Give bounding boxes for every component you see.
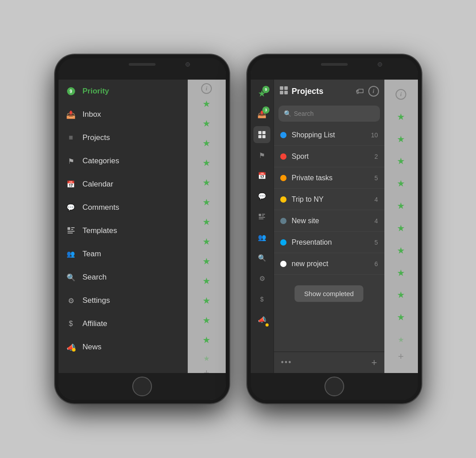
project-item-presentation[interactable]: Presentation 5 (274, 232, 384, 253)
star-row-2[interactable]: ★ (202, 114, 211, 133)
comments-label: Comments (83, 203, 119, 212)
project-dot-sport (280, 153, 286, 160)
sidebar-mini-priority[interactable]: ★ 9 (253, 85, 270, 102)
settings-label: Settings (83, 296, 110, 305)
star2-row-9[interactable]: ★ (397, 284, 405, 306)
sidebar-mini-calendar[interactable]: 📅 (253, 167, 270, 184)
sidebar-item-inbox[interactable]: 📤 Inbox (59, 103, 188, 126)
star2-row-1[interactable]: ★ (397, 106, 405, 128)
svg-rect-14 (280, 86, 283, 90)
svg-rect-9 (259, 214, 261, 216)
projects-panel: Projects 🏷 i 🔍 Search Shopping List 10 (274, 80, 384, 373)
star-row-8[interactable]: ★ (202, 232, 211, 251)
star2-row-6[interactable]: ★ (397, 217, 405, 239)
star-categories: ★ (202, 157, 211, 168)
star-row-9[interactable]: ★ (202, 251, 211, 271)
star2-row-7[interactable]: ★ (397, 239, 405, 262)
sidebar-item-projects[interactable]: ≡ Projects (59, 126, 188, 149)
projects-footer: ••• + (274, 352, 384, 373)
project-name-private-tasks: Private tasks (292, 174, 375, 182)
star-row-5[interactable]: ★ (202, 173, 211, 192)
tag-icon[interactable]: 🏷 (356, 87, 364, 96)
sidebar-item-categories[interactable]: ⚑ Categories (59, 149, 188, 173)
priority-star-icon: 9 (66, 86, 76, 97)
project-count-sport: 2 (375, 153, 378, 160)
add-button-1[interactable]: + (204, 367, 210, 373)
star-row-6[interactable]: ★ (202, 192, 211, 212)
star-calendar: ★ (202, 177, 211, 188)
star-extra: ★ (202, 335, 211, 345)
star2-row-8[interactable]: ★ (397, 262, 405, 284)
search-bar-icon: 🔍 (284, 110, 291, 117)
project-item-new-project[interactable]: new project 6 (274, 253, 384, 275)
sidebar-item-team[interactable]: 👥 Team (59, 242, 188, 266)
sidebar-item-comments[interactable]: 💬 Comments (59, 196, 188, 219)
sidebar-mini-search[interactable]: 🔍 (253, 250, 270, 267)
project-item-new-site[interactable]: New site 4 (274, 210, 384, 232)
add-button-2[interactable]: + (398, 351, 404, 362)
sidebar-mini-inbox[interactable]: 📤 3 (253, 106, 270, 123)
star2-row-faded[interactable]: ★ (398, 328, 404, 351)
star2-7: ★ (397, 245, 405, 256)
affiliate-icon: $ (66, 318, 76, 329)
star-row-1[interactable]: ★ (202, 94, 211, 114)
star-row-10[interactable]: ★ (202, 271, 211, 291)
star-row-14[interactable]: ★ (203, 350, 210, 367)
settings-icon: ⚙ (66, 295, 76, 306)
sidebar-mini-news[interactable]: 📣 (253, 311, 270, 328)
star-row-13[interactable]: ★ (202, 330, 211, 350)
project-dot-shopping-list (280, 132, 286, 138)
star-row-4[interactable]: ★ (202, 153, 211, 173)
menu-header[interactable]: 9 Priority (59, 80, 188, 103)
star-news: ★ (202, 315, 211, 326)
sidebar-mini-comments[interactable]: 💬 (253, 188, 270, 205)
sidebar-item-settings[interactable]: ⚙ Settings (59, 289, 188, 312)
star2-2: ★ (397, 134, 405, 144)
footer-dots[interactable]: ••• (281, 358, 292, 367)
show-completed-button[interactable]: Show completed (295, 285, 364, 302)
star-row-3[interactable]: ★ (202, 133, 211, 153)
star-row-12[interactable]: ★ (202, 310, 211, 330)
projects-list: Shopping List 10 Sport 2 Private tasks 5 (274, 124, 384, 352)
categories-icon: ⚑ (66, 156, 76, 166)
sidebar-mini-settings[interactable]: ⚙ (253, 270, 270, 287)
star2-row-3[interactable]: ★ (397, 150, 405, 172)
project-item-private-tasks[interactable]: Private tasks 5 (274, 167, 384, 189)
home-button-1[interactable] (132, 377, 152, 396)
sidebar-mini-templates[interactable] (253, 208, 270, 225)
info-button-2[interactable]: i (396, 83, 406, 106)
star-inbox: ★ (202, 118, 211, 129)
info-button-1[interactable]: i (201, 83, 212, 94)
home-button-2[interactable] (324, 377, 344, 396)
status-bar-2 (251, 71, 418, 80)
project-item-trip-ny[interactable]: Trip to NY 4 (274, 189, 384, 210)
star-row-11[interactable]: ★ (202, 291, 211, 310)
team-label: Team (83, 250, 101, 259)
calendar-icon: 📅 (66, 179, 76, 190)
categories-label: Categories (83, 157, 119, 165)
star2-row-2[interactable]: ★ (397, 128, 405, 150)
svg-rect-13 (259, 219, 264, 220)
svg-rect-15 (284, 86, 288, 90)
star-row-7[interactable]: ★ (202, 212, 211, 232)
sidebar-mini-projects[interactable] (253, 126, 270, 143)
sidebar-mini-affiliate[interactable]: $ (253, 291, 270, 308)
star2-10: ★ (397, 312, 405, 322)
sidebar-item-news[interactable]: 📣 News (59, 335, 188, 359)
star2-row-5[interactable]: ★ (397, 195, 405, 217)
project-item-sport[interactable]: Sport 2 (274, 146, 384, 167)
sidebar-item-search[interactable]: 🔍 Search (59, 266, 188, 289)
sidebar-mini-team[interactable]: 👥 (253, 229, 270, 246)
sidebar-item-calendar[interactable]: 📅 Calendar (59, 173, 188, 196)
news-label: News (83, 343, 102, 352)
project-item-shopping-list[interactable]: Shopping List 10 (274, 124, 384, 146)
info-icon-2: i (368, 86, 379, 97)
sidebar-mini-categories[interactable]: ⚑ (253, 147, 270, 164)
search-bar[interactable]: 🔍 Search (278, 106, 380, 122)
add-project-button[interactable]: + (371, 357, 377, 369)
project-name-sport: Sport (292, 153, 375, 161)
sidebar-item-affiliate[interactable]: $ Affiliate (59, 312, 188, 335)
sidebar-item-templates[interactable]: Templates (59, 219, 188, 242)
star2-row-4[interactable]: ★ (397, 172, 405, 195)
star2-row-10[interactable]: ★ (397, 306, 405, 328)
